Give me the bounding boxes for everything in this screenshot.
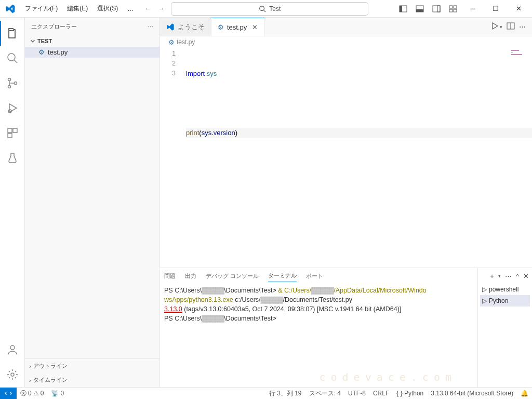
python-file-icon: ⚙ (38, 48, 45, 56)
chevron-down-icon (29, 37, 36, 45)
menu-bar: ファイル(F) 編集(E) 選択(S) … (21, 2, 138, 15)
layout-sidebar-right-icon[interactable] (429, 2, 444, 16)
svg-rect-5 (416, 9, 423, 12)
command-center[interactable]: Test (171, 2, 368, 16)
svg-rect-11 (454, 9, 457, 12)
panel-tab-problems[interactable]: 問題 (164, 270, 176, 282)
search-text: Test (269, 5, 281, 12)
status-bar: ⓧ 0 ⚠ 0 📡 0 行 3、列 19 スペース: 4 UTF-8 CRLF … (0, 387, 532, 399)
panel-tab-terminal[interactable]: ターミナル (268, 270, 297, 282)
file-item-testpy[interactable]: ⚙ test.py (25, 47, 159, 58)
terminal-item-powershell[interactable]: ▷powershell (480, 284, 530, 295)
code[interactable]: import sys print(sys.version) (186, 48, 532, 268)
panel-tab-output[interactable]: 出力 (185, 270, 196, 282)
terminal-item-python[interactable]: ▷Python (480, 295, 530, 307)
status-encoding[interactable]: UTF-8 (344, 390, 369, 397)
tab-welcome[interactable]: ようこそ (160, 18, 211, 36)
python-file-icon: ⚙ (218, 23, 224, 31)
vscode-icon (166, 23, 175, 31)
folder-header[interactable]: TEST (25, 35, 159, 47)
status-ports[interactable]: 📡 0 (47, 390, 68, 397)
run-dropdown-icon[interactable]: ▾ (500, 24, 502, 30)
split-editor-icon[interactable] (507, 22, 515, 32)
svg-point-15 (8, 86, 10, 88)
editor-body[interactable]: 123 import sys print(sys.version) (160, 48, 532, 268)
terminal-icon: ▷ (482, 286, 487, 293)
svg-line-13 (14, 60, 17, 63)
terminal-dropdown-icon[interactable]: ▾ (498, 273, 501, 278)
outline-section[interactable]: ›アウトライン (25, 359, 159, 373)
svg-rect-7 (437, 6, 440, 12)
activity-testing[interactable] (0, 145, 25, 170)
panel-tabs: 問題 出力 デバッグ コンソール ターミナル ポート (160, 268, 477, 284)
status-spaces[interactable]: スペース: 4 (305, 389, 344, 398)
nav-back[interactable]: ← (142, 3, 153, 15)
python-file-icon: ⚙ (168, 38, 175, 46)
close-panel-icon[interactable]: ✕ (523, 272, 529, 280)
menu-edit[interactable]: 編集(E) (63, 2, 92, 15)
svg-rect-19 (13, 128, 17, 132)
watermark: codevace.com (320, 373, 457, 382)
layout-panel-icon[interactable] (413, 2, 427, 16)
terminal-icon: ▷ (482, 297, 487, 304)
sidebar-more-icon[interactable]: ⋯ (148, 23, 153, 30)
layout-customize-icon[interactable] (446, 2, 460, 16)
activity-search[interactable] (0, 46, 25, 71)
activity-scm[interactable] (0, 71, 25, 96)
panel-tab-debug[interactable]: デバッグ コンソール (206, 270, 259, 282)
activity-bar (0, 18, 25, 387)
search-icon (259, 5, 266, 12)
run-icon[interactable] (490, 22, 499, 32)
minimap[interactable] (511, 50, 527, 60)
svg-rect-18 (8, 128, 12, 132)
nav-arrows: ← → (142, 3, 167, 15)
status-notifications-icon[interactable]: 🔔 (517, 390, 532, 397)
menu-select[interactable]: 選択(S) (93, 2, 122, 15)
activity-explorer[interactable] (0, 21, 25, 46)
tab-testpy[interactable]: ⚙ test.py ✕ (211, 18, 264, 36)
activity-extensions[interactable] (0, 121, 25, 145)
timeline-section[interactable]: ›タイムライン (25, 373, 159, 387)
activity-account[interactable] (0, 337, 25, 362)
status-cursor[interactable]: 行 3、列 19 (265, 389, 305, 398)
explorer-sidebar: エクスプローラー ⋯ TEST ⚙ test.py ›アウトライン ›タイムライ… (25, 18, 160, 387)
panel-tab-ports[interactable]: ポート (306, 270, 323, 282)
title-bar: ファイル(F) 編集(E) 選択(S) … ← → Test ─ ☐ ✕ (0, 0, 532, 18)
folder-name: TEST (37, 38, 52, 44)
terminal-list-pane: + ▾ ⋯ ^ ✕ ▷powershell ▷Python (478, 268, 532, 387)
file-tree: ⚙ test.py (25, 47, 159, 358)
window-maximize[interactable]: ☐ (485, 0, 506, 18)
svg-rect-10 (449, 9, 453, 12)
nav-forward[interactable]: → (155, 3, 167, 15)
activity-debug[interactable] (0, 96, 25, 121)
window-minimize[interactable]: ─ (462, 0, 483, 18)
status-language[interactable]: { } Python (393, 390, 427, 397)
svg-point-22 (11, 373, 14, 376)
panel-more-icon[interactable]: ⋯ (505, 272, 512, 280)
editor-actions: ▾ ⋯ (490, 18, 532, 36)
close-icon[interactable]: ✕ (252, 23, 258, 31)
activity-settings[interactable] (0, 362, 25, 387)
remote-indicator[interactable] (0, 388, 17, 400)
svg-point-12 (8, 54, 15, 61)
breadcrumb[interactable]: ⚙ test.py (160, 36, 532, 48)
terminal[interactable]: PS C:\Users\▓▓▓▓▓\Documents\Test> & C:/U… (160, 284, 477, 387)
editor-more-icon[interactable]: ⋯ (519, 23, 526, 31)
window-close[interactable]: ✕ (508, 0, 529, 18)
svg-rect-9 (454, 6, 457, 8)
menu-more[interactable]: … (123, 3, 138, 15)
panel: 問題 出力 デバッグ コンソール ターミナル ポート PS C:\Users\▓… (160, 268, 532, 387)
menu-file[interactable]: ファイル(F) (21, 2, 62, 15)
file-label: test.py (48, 48, 68, 56)
status-eol[interactable]: CRLF (369, 390, 393, 397)
gutter: 123 (160, 48, 186, 268)
new-terminal-icon[interactable]: + (490, 272, 494, 280)
tabs-row: ようこそ ⚙ test.py ✕ ▾ ⋯ (160, 18, 532, 36)
status-problems[interactable]: ⓧ 0 ⚠ 0 (17, 389, 47, 398)
editor-area: ようこそ ⚙ test.py ✕ ▾ ⋯ ⚙ test.py 123 (160, 18, 532, 387)
layout-sidebar-left-icon[interactable] (396, 2, 410, 16)
sidebar-title: エクスプローラー (31, 23, 77, 31)
status-interpreter[interactable]: 3.13.0 64-bit (Microsoft Store) (427, 390, 517, 397)
maximize-panel-icon[interactable]: ^ (516, 272, 519, 280)
svg-point-21 (10, 345, 15, 350)
